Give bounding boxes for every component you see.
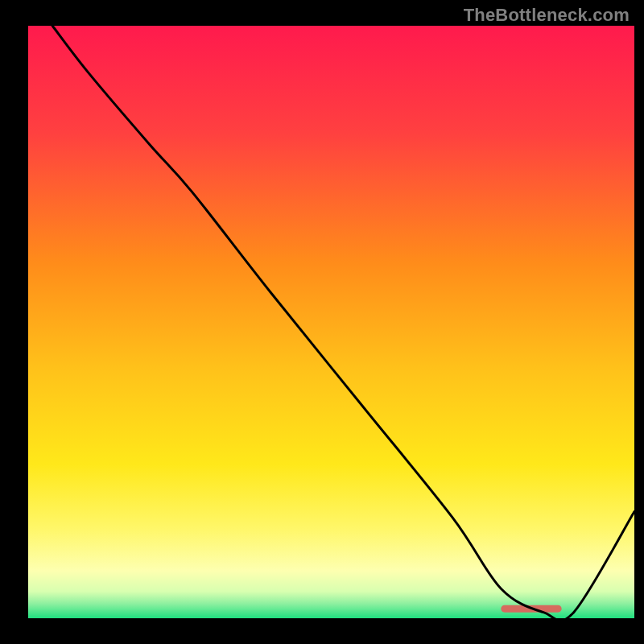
- watermark-text: TheBottleneck.com: [464, 5, 630, 26]
- chart-svg: [0, 0, 644, 644]
- chart-container: TheBottleneck.com: [0, 0, 644, 644]
- plot-area: [28, 26, 634, 618]
